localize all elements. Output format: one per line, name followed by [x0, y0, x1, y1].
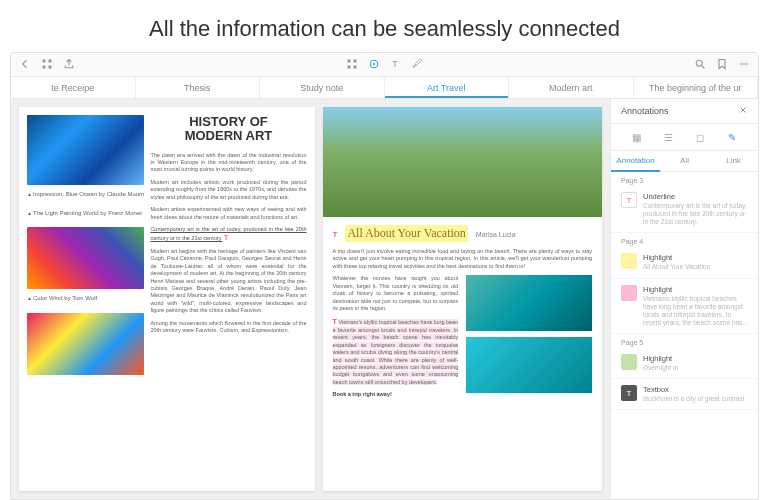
annotation-item[interactable]: HighlightOvernight in: [611, 348, 758, 379]
caption-1: Impression, Blue Ocean by Claude Mourn: [27, 191, 144, 198]
annotation-marker-icon: T: [333, 230, 338, 239]
view-grid-icon[interactable]: [346, 58, 358, 72]
highlight-swatch-icon: [621, 285, 637, 301]
svg-rect-4: [347, 59, 350, 62]
pen-icon[interactable]: [412, 58, 424, 72]
side-image-1: [466, 275, 592, 331]
highlighted-text: T Vietnam's idyllic tropical beaches hav…: [333, 317, 459, 386]
tab-receipe[interactable]: te Receipe: [11, 77, 136, 98]
page-left: Impression, Blue Ocean by Claude Mourn T…: [19, 107, 315, 491]
svg-rect-7: [353, 65, 356, 68]
paragraph: Modern art includes artistic work produc…: [150, 179, 306, 201]
svg-rect-1: [49, 59, 52, 62]
filter-link[interactable]: Link: [709, 151, 758, 172]
annotation-preview: All About Your Vacation: [643, 263, 748, 271]
annotation-type: Highlight: [643, 285, 748, 294]
document-canvas[interactable]: Impression, Blue Ocean by Claude Mourn T…: [11, 99, 610, 499]
svg-point-9: [372, 62, 374, 64]
toolbar: T: [11, 53, 758, 77]
tab-beginning[interactable]: The beginning of the ur: [634, 77, 759, 98]
vacation-title: All About Your Vacation: [345, 225, 467, 242]
tab-art-travel[interactable]: Art Travel: [385, 77, 510, 98]
filter-annotation[interactable]: Annotation: [611, 151, 660, 172]
annotation-type: Underline: [643, 192, 748, 201]
svg-point-14: [746, 63, 748, 65]
annotation-view-icon[interactable]: ✎: [725, 130, 739, 144]
text-tool-icon[interactable]: T: [390, 58, 402, 72]
svg-point-13: [743, 63, 745, 65]
annotation-preview: Vietnams idyllic tropical beaches have l…: [643, 295, 748, 328]
list-view-icon[interactable]: ☰: [662, 130, 676, 144]
paragraph: Modern art begins with the heritage of p…: [150, 248, 306, 315]
annotation-item[interactable]: HighlightAll About Your Vacation: [611, 247, 758, 278]
share-icon[interactable]: [63, 58, 75, 72]
panel-title: Annotations: [621, 106, 669, 116]
paragraph: Among the movements which flowered in th…: [150, 320, 306, 335]
artwork-image-3: [27, 313, 144, 375]
page-title: HISTORY OFMODERN ART: [150, 115, 306, 144]
grid-view-icon[interactable]: ▦: [630, 130, 644, 144]
paragraph: A trip doesn't just involve eating incre…: [333, 248, 593, 270]
filter-all[interactable]: All: [660, 151, 709, 172]
author: Marisa Lucia: [476, 231, 516, 238]
search-icon[interactable]: [694, 58, 706, 72]
annotation-type: Highlight: [643, 354, 748, 363]
cta-text: Book a trip right away!: [333, 391, 459, 398]
page-group-label: Page 5: [611, 334, 758, 348]
textbox-swatch-icon: T: [621, 385, 637, 401]
paragraph: Whatever the movies have taught you abou…: [333, 275, 459, 312]
annotation-preview: Contemporary art is the art of today, pr…: [643, 202, 748, 226]
annotation-preview: Overnight in: [643, 364, 748, 372]
caption-2: The Light Painting World by Franz Monet: [27, 210, 144, 217]
tab-thesis[interactable]: Thesis: [136, 77, 261, 98]
svg-rect-2: [43, 65, 46, 68]
paragraph: Modern artists experimented with new way…: [150, 206, 306, 221]
annotation-preview: stockholm is a city of great contrast: [643, 395, 748, 403]
underlined-text: Contemporary art is the art of today, pr…: [150, 226, 306, 243]
annotation-item[interactable]: T Textboxstockholm is a city of great co…: [611, 379, 758, 410]
annotation-type: Textbox: [643, 385, 748, 394]
panel-view-modes: ▦ ☰ ◻ ✎: [611, 124, 758, 151]
tab-strip: te Receipe Thesis Study note Art Travel …: [11, 77, 758, 99]
side-image-2: [466, 337, 592, 393]
tab-modern-art[interactable]: Modern art: [509, 77, 634, 98]
svg-point-11: [696, 60, 702, 66]
bookmark-view-icon[interactable]: ◻: [693, 130, 707, 144]
tab-study-note[interactable]: Study note: [260, 77, 385, 98]
close-icon[interactable]: [738, 105, 748, 117]
svg-rect-6: [347, 65, 350, 68]
app-window: T te Receipe Thesis Study note Art Trave…: [10, 52, 759, 500]
main-area: Impression, Blue Ocean by Claude Mourn T…: [11, 99, 758, 499]
highlight-swatch-icon: [621, 354, 637, 370]
highlight-swatch-icon: [621, 253, 637, 269]
svg-rect-5: [353, 59, 356, 62]
grid-icon[interactable]: [41, 58, 53, 72]
svg-rect-0: [43, 59, 46, 62]
page-right: T All About Your Vacation Marisa Lucia A…: [323, 107, 603, 491]
svg-rect-3: [49, 65, 52, 68]
promo-headline: All the information can be seamlessly co…: [0, 0, 769, 56]
page-group-label: Page 3: [611, 172, 758, 186]
annotation-list[interactable]: Page 3 T UnderlineContemporary art is th…: [611, 172, 758, 499]
paragraph: The dawn era arrived with the dawn of th…: [150, 152, 306, 174]
annotation-item[interactable]: T UnderlineContemporary art is the art o…: [611, 186, 758, 233]
more-icon[interactable]: [738, 58, 750, 72]
annotation-type: Highlight: [643, 253, 748, 262]
artwork-image-2: [27, 227, 144, 289]
svg-point-12: [740, 63, 742, 65]
bookmark-icon[interactable]: [716, 58, 728, 72]
svg-text:T: T: [392, 59, 398, 69]
artwork-image-1: [27, 115, 144, 185]
target-icon[interactable]: [368, 58, 380, 72]
filter-tabs: Annotation All Link: [611, 151, 758, 172]
annotation-item[interactable]: HighlightVietnams idyllic tropical beach…: [611, 279, 758, 335]
back-icon[interactable]: [19, 58, 31, 72]
hero-image: [323, 107, 603, 217]
annotations-panel: Annotations ▦ ☰ ◻ ✎ Annotation All Link …: [610, 99, 758, 499]
page-group-label: Page 4: [611, 233, 758, 247]
caption-3: Color Wind by Tom Wolf: [27, 295, 144, 302]
underline-swatch-icon: T: [621, 192, 637, 208]
